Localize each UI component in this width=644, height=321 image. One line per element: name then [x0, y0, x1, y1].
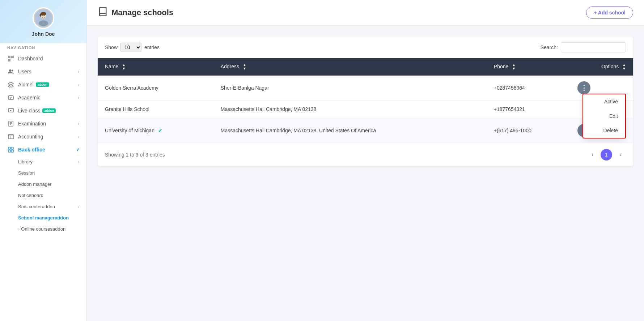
sidebar-item-label: Live class: [18, 108, 40, 114]
sidebar-item-academic[interactable]: Academic ›: [0, 91, 86, 104]
delete-option[interactable]: Delete: [583, 123, 625, 138]
table-row: Granite Hills School Massachusetts Hall …: [98, 100, 633, 118]
svg-rect-20: [8, 150, 10, 152]
sidebar-item-label: Academic: [18, 95, 40, 100]
sidebar-item-label: Addon manager: [18, 181, 52, 187]
backoffice-sub-items: Library › Session Addon manager Noticebo…: [0, 156, 86, 235]
sidebar-item-label: Examination: [18, 121, 46, 127]
svg-point-8: [12, 70, 13, 72]
school-name: Golden Sierra Academy: [98, 76, 213, 100]
school-address: Massachusetts Hall Cambridge, MA 02138: [213, 100, 487, 118]
sort-arrows-phone: ▲▼: [512, 63, 516, 70]
sidebar-item-label: Online courses: [21, 226, 52, 232]
sort-arrows-address: ▲▼: [243, 63, 246, 70]
avatar-image: [35, 9, 52, 27]
sidebar-item-label: School manager: [18, 215, 55, 221]
sidebar-item-dashboard[interactable]: Dashboard: [0, 52, 86, 65]
sidebar-item-backoffice[interactable]: Back office ∨: [0, 143, 86, 156]
svg-rect-18: [8, 147, 10, 149]
svg-point-2: [39, 20, 48, 26]
avatar: [33, 7, 54, 29]
col-name[interactable]: Name ▲▼: [98, 58, 213, 76]
onlinecourses-addon-badge: addon: [52, 226, 65, 232]
sidebar-item-session[interactable]: Session: [0, 167, 86, 179]
liveclass-addon-badge: addon: [42, 108, 56, 113]
show-entries: Show 10 25 50 100 entries: [105, 43, 160, 52]
school-address: Sher-E-Banlga Nagar: [213, 76, 487, 100]
chevron-right-icon: ›: [78, 134, 79, 139]
sidebar-item-addon-manager[interactable]: Addon manager: [0, 179, 86, 190]
table-body: Golden Sierra Academy Sher-E-Banlga Naga…: [98, 76, 633, 143]
col-phone[interactable]: Phone ▲▼: [487, 58, 570, 76]
prev-page-button[interactable]: ‹: [587, 149, 598, 160]
sort-arrows-options: ▲▼: [622, 63, 626, 70]
sidebar-item-online-courses[interactable]: › Online courses addon: [0, 223, 86, 235]
nav-items-list: Dashboard Users › Alumni addon › Academi…: [0, 52, 86, 235]
add-school-label: + Add school: [594, 10, 626, 16]
active-option[interactable]: Active: [583, 94, 625, 109]
user-profile: John Doe: [32, 7, 55, 37]
add-school-button[interactable]: + Add school: [586, 7, 633, 19]
sidebar-item-label: Dashboard: [18, 56, 43, 61]
pagination: ‹ 1 ›: [587, 149, 626, 160]
sidebar-item-label: Session: [18, 170, 35, 176]
edit-option[interactable]: Edit: [583, 109, 625, 123]
chevron-right-icon: ›: [18, 226, 20, 232]
svg-point-5: [41, 12, 46, 16]
accounting-icon: [7, 134, 14, 140]
schoolmanager-addon-badge: addon: [55, 215, 69, 221]
sidebar-item-accounting[interactable]: Accounting ›: [0, 130, 86, 143]
schools-table-container: Show 10 25 50 100 entries Search:: [98, 37, 633, 166]
search-input[interactable]: [561, 42, 626, 52]
book-icon: [98, 7, 108, 19]
page-1-button[interactable]: 1: [601, 149, 612, 160]
search-box: Search:: [541, 42, 626, 52]
school-name: Granite Hills School: [98, 100, 213, 118]
examination-icon: [7, 121, 14, 127]
top-bar: Manage schools + Add school: [87, 0, 644, 26]
sidebar-item-alumni[interactable]: Alumni addon ›: [0, 78, 86, 91]
school-name: University of Michigan ✔: [98, 118, 213, 143]
sidebar-item-label: Users: [18, 69, 31, 74]
sidebar-item-label: Alumni: [18, 82, 34, 87]
svg-rect-15: [8, 134, 13, 139]
alumni-addon-badge: addon: [36, 82, 49, 87]
sidebar-item-school-manager[interactable]: School manager addon: [0, 212, 86, 223]
sidebar-item-library[interactable]: Library ›: [0, 156, 86, 167]
sidebar-item-users[interactable]: Users ›: [0, 65, 86, 78]
options-dropdown-1: Active Edit Delete: [582, 94, 626, 138]
school-phone: +0287458964: [487, 76, 570, 100]
next-page-button[interactable]: ›: [614, 149, 626, 160]
school-phone: +1877654321: [487, 100, 570, 118]
page-title-text: Manage schools: [111, 8, 173, 17]
sidebar-item-label: Accounting: [18, 134, 43, 140]
showing-info: Showing 1 to 3 of 3 entries: [105, 152, 165, 158]
sidebar-item-liveclass[interactable]: Live class addon: [0, 104, 86, 117]
chevron-right-icon: ›: [78, 82, 79, 87]
liveclass-icon: [7, 108, 14, 114]
verified-icon: ✔: [158, 128, 162, 133]
entries-select[interactable]: 10 25 50 100: [120, 43, 141, 52]
sidebar-item-label: Back office: [18, 147, 45, 153]
sidebar-item-noticeboard[interactable]: Noticeboard: [0, 190, 86, 201]
user-name: John Doe: [32, 31, 55, 37]
chevron-down-icon: ∨: [76, 147, 79, 152]
table-row: Golden Sierra Academy Sher-E-Banlga Naga…: [98, 76, 633, 100]
search-label: Search:: [541, 44, 558, 50]
sidebar-item-label: Library: [18, 159, 33, 164]
col-options[interactable]: Options ▲▼: [570, 58, 633, 76]
sidebar-item-sms-center[interactable]: Sms center addon ›: [0, 201, 86, 212]
sidebar-item-label: Sms center: [18, 204, 42, 209]
main-content: Manage schools + Add school Show 10 25 5…: [87, 0, 644, 321]
options-button-1[interactable]: ⋮: [577, 81, 590, 94]
show-label: Show: [105, 44, 118, 50]
content-area: Show 10 25 50 100 entries Search:: [87, 26, 644, 321]
svg-point-7: [9, 69, 11, 72]
sidebar-item-examination[interactable]: Examination ›: [0, 117, 86, 130]
page-title: Manage schools: [98, 7, 173, 19]
chevron-right-icon: ›: [78, 204, 79, 209]
col-address[interactable]: Address ▲▼: [213, 58, 487, 76]
svg-rect-21: [11, 150, 13, 152]
svg-rect-19: [11, 147, 13, 149]
options-col: ⋮ Active Edit Delete: [570, 76, 633, 100]
